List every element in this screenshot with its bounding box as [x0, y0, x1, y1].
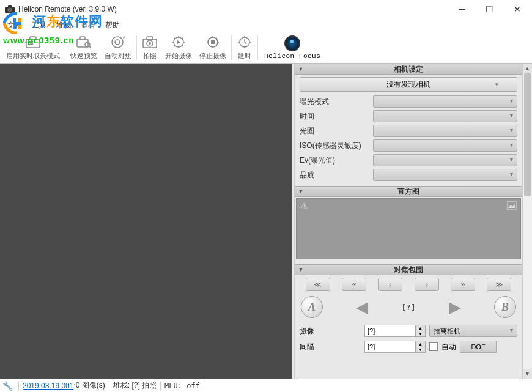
svg-rect-24: [507, 201, 517, 210]
focus-prev-arrow[interactable]: ◀: [352, 298, 372, 317]
auto-checkbox[interactable]: [429, 342, 438, 351]
focus-fwd2-button[interactable]: »: [451, 278, 475, 291]
no-camera-button[interactable]: 没有发现相机 ▾: [300, 77, 517, 92]
camera-panel-title: 相机设定: [295, 64, 522, 75]
time-label: 时间: [300, 111, 373, 122]
wrench-icon[interactable]: 🔧: [2, 381, 15, 391]
menu-stack[interactable]: 堆栈: [51, 19, 76, 32]
svg-rect-11: [80, 37, 85, 40]
helicon-focus-button[interactable]: Helicon Focus: [259, 34, 325, 61]
svg-text:LV: LV: [29, 41, 33, 45]
svg-point-19: [149, 42, 151, 45]
statusbar: 🔧 2019.03.19 001 : 0 图像(s) 堆栈: [?] 拍照 ML…: [0, 379, 532, 392]
startvideo-label: 开始摄像: [165, 51, 192, 61]
panel-header-camera[interactable]: ▼ 相机设定: [295, 64, 522, 75]
quickpreview-label: 快速预览: [70, 51, 97, 61]
quality-label: 品质: [300, 170, 373, 180]
autofocus-label: 自动对焦: [105, 51, 131, 61]
scroll-up-icon[interactable]: ▲: [523, 64, 532, 73]
warning-icon: ⚠: [300, 201, 308, 211]
shoot-mode-dropdown[interactable]: 推离相机: [429, 325, 517, 337]
status-date-link[interactable]: 2019.03.19 001: [23, 382, 73, 390]
interval-row-label: 间隔: [300, 342, 361, 352]
svg-rect-17: [147, 37, 153, 40]
focus-center-value: [?]: [401, 303, 415, 312]
svg-point-15: [115, 40, 120, 45]
quality-dropdown[interactable]: [373, 169, 517, 181]
quickpreview-button[interactable]: 快速预览: [67, 33, 101, 62]
panel-header-histogram[interactable]: ▼ 直方图: [295, 186, 522, 197]
focus-fastback-button[interactable]: ≪: [306, 278, 330, 291]
focus-a-button[interactable]: A: [301, 296, 323, 318]
exposure-mode-label: 曝光模式: [300, 97, 373, 107]
camera-lv-icon: LV: [25, 34, 41, 50]
helicon-label: Helicon Focus: [264, 53, 320, 60]
iso-label: ISO(传感器灵敏度): [300, 141, 373, 151]
scroll-thumb[interactable]: [524, 73, 531, 196]
collapse-icon: ▼: [295, 66, 306, 72]
image-icon: [507, 201, 517, 212]
liveview-label: 启用实时取景模式: [6, 51, 60, 61]
scroll-down-icon[interactable]: ▼: [523, 369, 532, 379]
focus-back-button[interactable]: ‹: [378, 278, 402, 291]
ev-label: Ev(曝光值): [300, 155, 373, 166]
gear-play-icon: [171, 34, 187, 50]
menu-file[interactable]: 文件: [2, 19, 27, 32]
aperture-dropdown[interactable]: [373, 125, 517, 137]
menu-view[interactable]: 查看: [76, 19, 100, 32]
shoot-button[interactable]: 拍照: [138, 33, 161, 62]
stopvideo-label: 停止摄像: [199, 51, 226, 61]
shoot-row-label: 摄像: [300, 326, 361, 336]
delay-label: 延时: [238, 51, 251, 61]
status-images: 0 图像(s): [76, 380, 105, 391]
histogram-box: ⚠: [296, 198, 521, 259]
svg-rect-22: [211, 40, 215, 44]
stopvideo-button[interactable]: 停止摄像: [196, 33, 230, 62]
focus-b-button[interactable]: B: [494, 296, 516, 318]
gear-clock-icon: [237, 34, 253, 50]
shoot-spinner[interactable]: [?] ▲▼: [364, 325, 426, 337]
panel-header-focus[interactable]: ▼ 对焦包围: [295, 264, 522, 275]
exposure-mode-dropdown[interactable]: [373, 95, 517, 108]
app-icon: [4, 3, 16, 15]
auto-label: 自动: [441, 342, 456, 352]
focus-fwd-button[interactable]: ›: [415, 278, 439, 291]
collapse-icon: ▼: [295, 188, 306, 194]
autofocus-button[interactable]: 自动对焦: [101, 33, 135, 62]
status-mlu: MLU: off: [164, 382, 200, 390]
dof-button[interactable]: DOF: [460, 341, 497, 353]
svg-rect-1: [8, 5, 12, 7]
status-stack: 堆栈: [?] 拍照: [113, 380, 157, 391]
camera-shoot-icon: [142, 34, 158, 50]
startvideo-button[interactable]: 开始摄像: [161, 33, 196, 62]
lens-af-icon: [110, 34, 126, 50]
liveview-button[interactable]: LV 启用实时取景模式: [2, 33, 64, 62]
panel-scrollbar[interactable]: ▲ ▼: [522, 64, 532, 379]
focus-back2-button[interactable]: «: [342, 278, 366, 291]
svg-rect-7: [30, 37, 36, 40]
focus-fastfwd-button[interactable]: ≫: [487, 278, 511, 291]
toolbar: LV 启用实时取景模式 快速预览 自动对焦 拍照 开始摄像 停止摄像 延时 He…: [0, 32, 532, 64]
focus-next-arrow[interactable]: ▶: [445, 298, 465, 317]
svg-rect-10: [77, 39, 88, 47]
menu-help[interactable]: 帮助: [100, 19, 125, 32]
aperture-label: 光圈: [300, 126, 373, 136]
minimize-button[interactable]: ─: [448, 0, 476, 18]
svg-point-2: [8, 7, 12, 12]
histogram-panel-title: 直方图: [295, 187, 522, 197]
maximize-button[interactable]: ☐: [476, 0, 503, 18]
window-title: Helicon Remote (ver. 3.9.0 W): [18, 5, 448, 13]
interval-spinner[interactable]: [?] ▲▼: [364, 341, 426, 353]
menubar: 文件 工具 堆栈 查看 帮助: [0, 18, 532, 32]
svg-point-12: [85, 42, 90, 47]
menu-tools[interactable]: 工具: [27, 19, 51, 32]
live-viewport[interactable]: [0, 64, 292, 379]
iso-dropdown[interactable]: [373, 139, 517, 152]
delay-button[interactable]: 延时: [233, 33, 256, 62]
gear-stop-icon: [205, 34, 221, 50]
ev-dropdown[interactable]: [373, 154, 517, 166]
helicon-eye-icon: [284, 35, 300, 51]
svg-point-14: [112, 37, 123, 48]
time-dropdown[interactable]: [373, 110, 517, 122]
close-button[interactable]: ✕: [503, 0, 531, 18]
